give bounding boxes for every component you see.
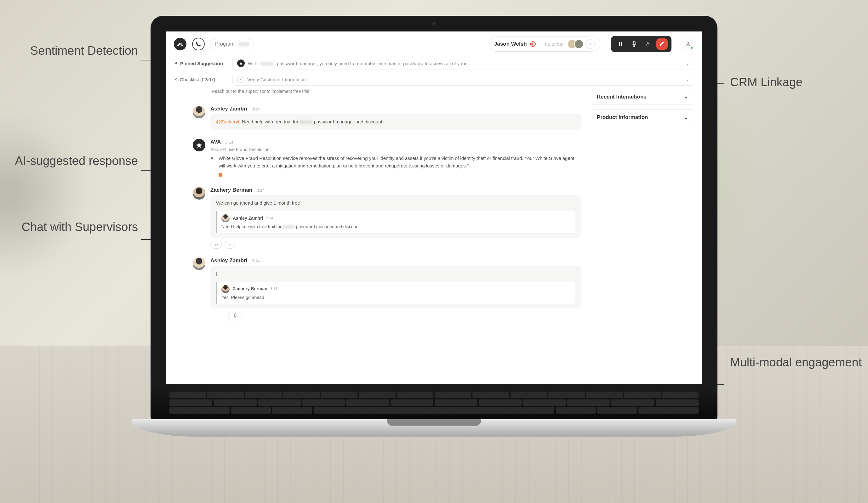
message-time: 3:14 [252, 259, 259, 263]
add-participant-button[interactable]: + [586, 39, 595, 49]
quoted-message: Ashley Zambri 3:14 Need help me with fre… [216, 211, 575, 233]
hold-button[interactable] [642, 39, 654, 50]
profile-button[interactable] [682, 38, 694, 50]
chevron-down-icon[interactable]: ⌄ [685, 61, 690, 66]
composer-actions [228, 312, 581, 321]
chat-message: Ashley Zambri 3:14 | Zachery Berman [193, 258, 581, 321]
avatar [574, 39, 583, 49]
camera-icon [432, 22, 436, 25]
pinned-label: Pinned Suggestion [174, 61, 227, 66]
laptop-notch [387, 419, 481, 426]
svg-rect-1 [621, 42, 622, 46]
end-call-button[interactable] [657, 39, 668, 50]
message-content: We can go ahead and give 1 month free As… [210, 195, 581, 238]
message-composer[interactable]: | Zachery Berman 3:14 Yes, Please go ahe… [210, 266, 581, 308]
check-circle-icon: ✓ [237, 76, 244, 83]
ava-description: About Glove Fraud Resolution. [210, 147, 581, 152]
message-time: 3:14 [225, 140, 233, 145]
checklist-item-text: Verify Customer Information [247, 77, 306, 82]
content-area: Reach out to the supervisor to implement… [166, 89, 702, 384]
nested-time: 3:14 [270, 286, 277, 292]
phone-icon[interactable] [192, 38, 205, 50]
sender-name: Ashley Zambri [210, 106, 247, 112]
checklist-row: ✓ Checklist (02/07) ✓ Verify Customer In… [166, 73, 702, 89]
blur-text: Aura's [300, 119, 313, 124]
avatar [193, 187, 205, 200]
chat-message: Ashley Zambri 3:14 @Zacheryb Need help w… [193, 106, 581, 130]
nested-text: Need help me with free trail for Aura's … [221, 223, 571, 230]
voice-input-button[interactable] [228, 312, 242, 321]
pause-button[interactable] [615, 39, 626, 50]
quote-icon: ❝ [210, 155, 214, 164]
participant-avatars [570, 39, 583, 49]
reply-button[interactable]: ↩ [210, 241, 222, 249]
mute-button[interactable] [629, 39, 640, 50]
composer-cursor: | [216, 270, 575, 277]
message-time: 3:14 [257, 188, 265, 193]
program-value: Aura [238, 41, 249, 47]
chat-area: Reach out to the supervisor to implement… [166, 89, 588, 384]
message-time: 3:14 [252, 107, 259, 112]
sender-name: Zachery Berman [210, 187, 252, 193]
svg-rect-4 [235, 314, 236, 316]
checklist-label: ✓ Checklist (02/07) [174, 76, 227, 82]
chevron-down-icon: ⌄ [684, 114, 688, 120]
caller-pill[interactable]: Jason Welsh ☹ 00:02:50 + [489, 36, 600, 52]
message-actions: ↩ ↑ [210, 241, 581, 249]
nested-sender: Ashley Zambri [233, 215, 263, 222]
svg-point-3 [687, 42, 689, 44]
svg-rect-0 [619, 42, 620, 46]
pinned-row: Pinned Suggestion With Aura's password m… [166, 57, 702, 73]
right-panel: Recent Interactions ⌄ Product Informatio… [588, 89, 702, 384]
suggestion-prefix: With [248, 61, 257, 66]
truncated-message: Reach out to the supervisor to implement… [211, 89, 581, 97]
app-screen: Program: Aura Jason Welsh ☹ 00:02:50 + [166, 31, 702, 384]
avatar [221, 214, 230, 222]
panel-product-info[interactable]: Product Information ⌄ [591, 109, 694, 125]
call-timer: 00:02:50 [545, 42, 564, 47]
callout-crm: CRM Linkage [730, 75, 803, 89]
pin-icon [174, 61, 178, 65]
quote-text: White Glove Fraud Resolution service rem… [219, 156, 574, 168]
message-text: password manager and discount [314, 119, 382, 124]
svg-rect-2 [633, 41, 635, 45]
suggestion-blur: Aura's [260, 61, 274, 66]
panel-title: Product Information [597, 114, 648, 120]
caller-name: Jason Welsh [494, 41, 527, 47]
mention[interactable]: @Zacheryb [216, 119, 241, 124]
callout-multimodal: Multi-modal engagement [730, 356, 862, 369]
ava-avatar-icon [193, 139, 205, 151]
callout-ai-response: AI-suggested response [15, 154, 138, 168]
call-controls [611, 36, 671, 52]
laptop-base [132, 419, 736, 437]
nested-text: Yes, Please go ahead. [221, 294, 571, 301]
program-pill[interactable]: Program: Aura [210, 39, 254, 49]
panel-recent-interactions[interactable]: Recent Interactions ⌄ [591, 89, 694, 105]
send-up-button[interactable]: ↑ [225, 241, 235, 249]
indicator-icon [219, 173, 223, 177]
sender-name: AVA [210, 139, 221, 145]
ava-icon [237, 60, 245, 67]
quoted-message: Zachery Berman 3:14 Yes, Please go ahead… [216, 282, 575, 304]
checklist-item[interactable]: ✓ Verify Customer Information ⌄ [232, 73, 694, 86]
panel-title: Recent Interactions [597, 94, 647, 100]
chevron-down-icon[interactable]: ⌄ [685, 76, 690, 82]
app-logo-icon[interactable] [174, 38, 186, 50]
chevron-down-icon: ⌄ [684, 94, 688, 100]
pinned-text: Pinned Suggestion [180, 61, 223, 66]
topbar: Program: Aura Jason Welsh ☹ 00:02:50 + [166, 31, 702, 57]
laptop-keyboard [151, 388, 717, 419]
program-label: Program: [215, 41, 236, 47]
ava-message: AVA 3:14 About Glove Fraud Resolution. ❝… [193, 139, 581, 178]
check-icon: ✓ [174, 76, 178, 82]
sender-name: Ashley Zambri [210, 258, 247, 264]
status-dot-icon [690, 46, 693, 50]
avatar [221, 285, 230, 293]
laptop-mockup: Program: Aura Jason Welsh ☹ 00:02:50 + [151, 16, 717, 437]
nested-time: 3:14 [266, 216, 273, 221]
pinned-suggestion[interactable]: With Aura's password manager, you only n… [232, 57, 694, 70]
callout-supervisors: Chat with Supervisors [21, 220, 138, 234]
message-text: We can go ahead and give 1 month free [216, 200, 575, 207]
checklist-text: Checklist (02/07) [180, 77, 215, 82]
suggestion-text: password manager, you only need to remem… [277, 61, 470, 66]
